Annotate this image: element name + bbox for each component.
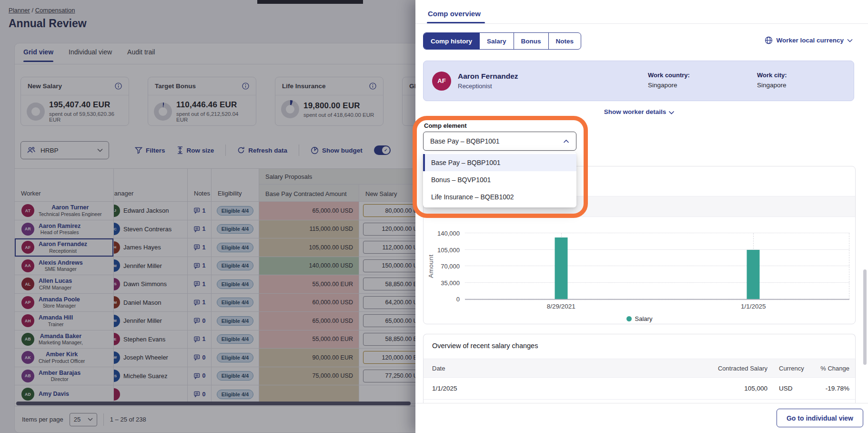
comp-element-select[interactable]: Base Pay – BQBP1001 — [423, 132, 576, 151]
avatar: AF — [432, 72, 451, 91]
salary-bar — [555, 237, 567, 299]
currency-selector[interactable]: Worker local currency — [765, 36, 853, 44]
salary-changes-header: Date Contracted Salary Currency % Change — [424, 359, 855, 378]
y-tick-label: 70,000 — [424, 263, 460, 270]
bar-slot — [465, 233, 657, 299]
change-salary: 105,000 — [744, 385, 767, 392]
chevron-down-icon — [668, 111, 675, 115]
column-header-date: Date — [432, 365, 445, 372]
comp-segments: Comp history Salary Bonus Notes — [423, 32, 581, 50]
salary-change-row: 1/1/2025 105,000 USD -19.78% — [424, 377, 855, 400]
dropdown-option-base-pay[interactable]: Base Pay – BQBP1001 — [423, 154, 576, 171]
legend-label: Salary — [635, 315, 653, 322]
y-axis-ticks: 035,00070,000105,000140,000 — [424, 233, 460, 299]
chart-plot-area — [465, 233, 849, 299]
tab-comp-overview[interactable]: Comp overview — [428, 10, 481, 18]
comp-overview-drawer: Comp overview Comp history Salary Bonus … — [415, 0, 868, 433]
segment-salary[interactable]: Salary — [479, 33, 514, 49]
y-tick-label: 140,000 — [424, 230, 460, 237]
worker-summary-card: AF Aaron Fernandez Receptionist Work cou… — [423, 61, 854, 101]
x-axis-labels: 8/29/2021 1/1/2025 — [465, 303, 849, 310]
column-header-contracted-salary: Contracted Salary — [718, 365, 767, 372]
column-header-percent-change: % Change — [820, 365, 849, 372]
x-tick-label: 8/29/2021 — [465, 303, 657, 310]
dropdown-option-life-insurance[interactable]: Life Insurance – BQEB1002 — [423, 188, 576, 206]
change-currency: USD — [779, 385, 793, 392]
vertical-scrollbar[interactable] — [863, 269, 867, 365]
comp-element-label: Comp element — [424, 122, 467, 129]
worker-name: Aaron Fernandez — [458, 72, 518, 81]
gridline — [465, 299, 849, 299]
chevron-down-icon — [847, 39, 853, 42]
x-axis-line — [465, 299, 849, 300]
dropdown-option-bonus[interactable]: Bonus – BQVP1001 — [423, 171, 576, 188]
work-country-label: Work country: — [648, 72, 690, 79]
segment-notes[interactable]: Notes — [548, 33, 581, 49]
comp-element-dropdown: Base Pay – BQBP1001 Bonus – BQVP1001 Lif… — [423, 152, 576, 207]
gridline — [465, 249, 849, 250]
work-city-value: Singapore — [757, 82, 787, 89]
gridline — [465, 266, 849, 266]
drawer-divider — [415, 23, 868, 24]
worker-role: Receptionist — [458, 82, 518, 90]
y-tick-label: 35,000 — [424, 279, 460, 287]
y-tick-label: 105,000 — [424, 247, 460, 254]
x-tick-label: 1/1/2025 — [657, 303, 850, 310]
drawer-footer: Go to individual view — [415, 403, 868, 433]
globe-icon — [765, 36, 773, 44]
bar-slot — [657, 233, 850, 299]
go-to-individual-view-button[interactable]: Go to individual view — [777, 409, 863, 427]
chevron-up-icon — [563, 139, 569, 144]
column-header-currency: Currency — [779, 365, 804, 372]
salary-changes-card: Overview of recent salary changes Date C… — [423, 334, 856, 410]
work-city-label: Work city: — [757, 72, 787, 79]
change-date: 1/1/2025 — [432, 385, 457, 392]
salary-changes-title: Overview of recent salary changes — [432, 342, 538, 350]
salary-bar — [747, 250, 760, 299]
segment-comp-history[interactable]: Comp history — [424, 33, 479, 49]
gridline — [465, 282, 849, 283]
segment-bonus[interactable]: Bonus — [514, 33, 548, 49]
legend-swatch — [626, 316, 632, 321]
gridline — [465, 233, 849, 233]
change-percent: -19.78% — [826, 385, 849, 392]
work-country-value: Singapore — [648, 82, 690, 89]
chart-legend: Salary — [424, 315, 855, 322]
y-tick-label: 0 — [424, 296, 460, 303]
plot-right-gridline — [849, 233, 849, 299]
show-worker-details-link[interactable]: Show worker details — [415, 108, 863, 115]
